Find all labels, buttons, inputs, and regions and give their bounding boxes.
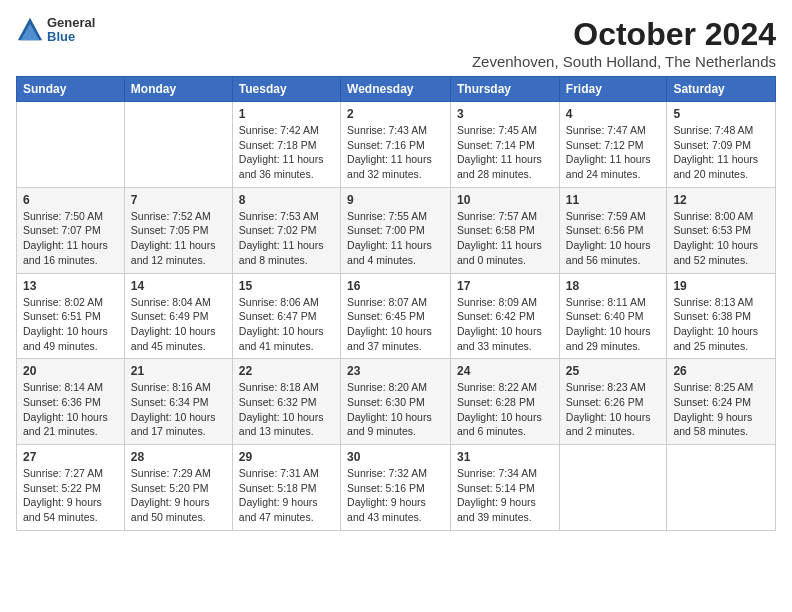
- day-info: Sunrise: 8:18 AM Sunset: 6:32 PM Dayligh…: [239, 380, 334, 439]
- calendar-cell: 31Sunrise: 7:34 AM Sunset: 5:14 PM Dayli…: [451, 445, 560, 531]
- calendar-cell: 25Sunrise: 8:23 AM Sunset: 6:26 PM Dayli…: [559, 359, 667, 445]
- calendar-cell: 20Sunrise: 8:14 AM Sunset: 6:36 PM Dayli…: [17, 359, 125, 445]
- day-info: Sunrise: 7:29 AM Sunset: 5:20 PM Dayligh…: [131, 466, 226, 525]
- day-number: 30: [347, 450, 444, 464]
- calendar-table: SundayMondayTuesdayWednesdayThursdayFrid…: [16, 76, 776, 531]
- day-number: 16: [347, 279, 444, 293]
- day-number: 29: [239, 450, 334, 464]
- calendar-cell: 11Sunrise: 7:59 AM Sunset: 6:56 PM Dayli…: [559, 187, 667, 273]
- day-info: Sunrise: 7:57 AM Sunset: 6:58 PM Dayligh…: [457, 209, 553, 268]
- calendar-col-friday: Friday: [559, 77, 667, 102]
- day-info: Sunrise: 7:32 AM Sunset: 5:16 PM Dayligh…: [347, 466, 444, 525]
- calendar-cell: 19Sunrise: 8:13 AM Sunset: 6:38 PM Dayli…: [667, 273, 776, 359]
- day-number: 19: [673, 279, 769, 293]
- day-info: Sunrise: 7:34 AM Sunset: 5:14 PM Dayligh…: [457, 466, 553, 525]
- day-info: Sunrise: 7:42 AM Sunset: 7:18 PM Dayligh…: [239, 123, 334, 182]
- day-number: 8: [239, 193, 334, 207]
- calendar-cell: 21Sunrise: 8:16 AM Sunset: 6:34 PM Dayli…: [124, 359, 232, 445]
- week-row-5: 27Sunrise: 7:27 AM Sunset: 5:22 PM Dayli…: [17, 445, 776, 531]
- day-number: 6: [23, 193, 118, 207]
- day-info: Sunrise: 8:23 AM Sunset: 6:26 PM Dayligh…: [566, 380, 661, 439]
- logo-icon: [16, 16, 44, 44]
- calendar-col-tuesday: Tuesday: [232, 77, 340, 102]
- day-number: 2: [347, 107, 444, 121]
- day-number: 20: [23, 364, 118, 378]
- day-info: Sunrise: 8:02 AM Sunset: 6:51 PM Dayligh…: [23, 295, 118, 354]
- calendar-cell: 3Sunrise: 7:45 AM Sunset: 7:14 PM Daylig…: [451, 102, 560, 188]
- calendar-cell: 10Sunrise: 7:57 AM Sunset: 6:58 PM Dayli…: [451, 187, 560, 273]
- day-number: 23: [347, 364, 444, 378]
- day-info: Sunrise: 8:13 AM Sunset: 6:38 PM Dayligh…: [673, 295, 769, 354]
- day-info: Sunrise: 7:48 AM Sunset: 7:09 PM Dayligh…: [673, 123, 769, 182]
- calendar-cell: 28Sunrise: 7:29 AM Sunset: 5:20 PM Dayli…: [124, 445, 232, 531]
- day-number: 28: [131, 450, 226, 464]
- calendar-cell: [667, 445, 776, 531]
- day-info: Sunrise: 8:07 AM Sunset: 6:45 PM Dayligh…: [347, 295, 444, 354]
- day-info: Sunrise: 7:47 AM Sunset: 7:12 PM Dayligh…: [566, 123, 661, 182]
- day-number: 13: [23, 279, 118, 293]
- day-info: Sunrise: 8:00 AM Sunset: 6:53 PM Dayligh…: [673, 209, 769, 268]
- calendar-cell: 8Sunrise: 7:53 AM Sunset: 7:02 PM Daylig…: [232, 187, 340, 273]
- day-info: Sunrise: 7:55 AM Sunset: 7:00 PM Dayligh…: [347, 209, 444, 268]
- calendar-cell: 30Sunrise: 7:32 AM Sunset: 5:16 PM Dayli…: [341, 445, 451, 531]
- calendar-col-sunday: Sunday: [17, 77, 125, 102]
- calendar-col-wednesday: Wednesday: [341, 77, 451, 102]
- calendar-cell: 13Sunrise: 8:02 AM Sunset: 6:51 PM Dayli…: [17, 273, 125, 359]
- calendar-cell: [559, 445, 667, 531]
- calendar-col-saturday: Saturday: [667, 77, 776, 102]
- day-info: Sunrise: 8:20 AM Sunset: 6:30 PM Dayligh…: [347, 380, 444, 439]
- day-number: 18: [566, 279, 661, 293]
- day-number: 4: [566, 107, 661, 121]
- calendar-cell: 6Sunrise: 7:50 AM Sunset: 7:07 PM Daylig…: [17, 187, 125, 273]
- calendar-cell: 4Sunrise: 7:47 AM Sunset: 7:12 PM Daylig…: [559, 102, 667, 188]
- day-info: Sunrise: 8:14 AM Sunset: 6:36 PM Dayligh…: [23, 380, 118, 439]
- logo-blue-text: Blue: [47, 30, 95, 44]
- day-info: Sunrise: 8:22 AM Sunset: 6:28 PM Dayligh…: [457, 380, 553, 439]
- calendar-cell: 2Sunrise: 7:43 AM Sunset: 7:16 PM Daylig…: [341, 102, 451, 188]
- week-row-2: 6Sunrise: 7:50 AM Sunset: 7:07 PM Daylig…: [17, 187, 776, 273]
- day-number: 5: [673, 107, 769, 121]
- calendar-col-thursday: Thursday: [451, 77, 560, 102]
- day-info: Sunrise: 8:06 AM Sunset: 6:47 PM Dayligh…: [239, 295, 334, 354]
- day-number: 21: [131, 364, 226, 378]
- day-info: Sunrise: 7:45 AM Sunset: 7:14 PM Dayligh…: [457, 123, 553, 182]
- day-info: Sunrise: 7:50 AM Sunset: 7:07 PM Dayligh…: [23, 209, 118, 268]
- day-number: 10: [457, 193, 553, 207]
- day-info: Sunrise: 7:53 AM Sunset: 7:02 PM Dayligh…: [239, 209, 334, 268]
- calendar-cell: 23Sunrise: 8:20 AM Sunset: 6:30 PM Dayli…: [341, 359, 451, 445]
- calendar-cell: 16Sunrise: 8:07 AM Sunset: 6:45 PM Dayli…: [341, 273, 451, 359]
- calendar-cell: 24Sunrise: 8:22 AM Sunset: 6:28 PM Dayli…: [451, 359, 560, 445]
- calendar-cell: 15Sunrise: 8:06 AM Sunset: 6:47 PM Dayli…: [232, 273, 340, 359]
- day-number: 14: [131, 279, 226, 293]
- day-number: 27: [23, 450, 118, 464]
- day-info: Sunrise: 8:11 AM Sunset: 6:40 PM Dayligh…: [566, 295, 661, 354]
- day-number: 31: [457, 450, 553, 464]
- day-info: Sunrise: 8:16 AM Sunset: 6:34 PM Dayligh…: [131, 380, 226, 439]
- day-number: 15: [239, 279, 334, 293]
- title-block: October 2024 Zevenhoven, South Holland, …: [472, 16, 776, 70]
- day-number: 22: [239, 364, 334, 378]
- calendar-cell: 26Sunrise: 8:25 AM Sunset: 6:24 PM Dayli…: [667, 359, 776, 445]
- day-number: 9: [347, 193, 444, 207]
- calendar-cell: 1Sunrise: 7:42 AM Sunset: 7:18 PM Daylig…: [232, 102, 340, 188]
- day-info: Sunrise: 7:27 AM Sunset: 5:22 PM Dayligh…: [23, 466, 118, 525]
- calendar-cell: [17, 102, 125, 188]
- day-info: Sunrise: 8:04 AM Sunset: 6:49 PM Dayligh…: [131, 295, 226, 354]
- day-number: 24: [457, 364, 553, 378]
- calendar-cell: 9Sunrise: 7:55 AM Sunset: 7:00 PM Daylig…: [341, 187, 451, 273]
- calendar-cell: 12Sunrise: 8:00 AM Sunset: 6:53 PM Dayli…: [667, 187, 776, 273]
- calendar-cell: 17Sunrise: 8:09 AM Sunset: 6:42 PM Dayli…: [451, 273, 560, 359]
- page-header: General Blue October 2024 Zevenhoven, So…: [16, 16, 776, 70]
- logo: General Blue: [16, 16, 95, 45]
- week-row-3: 13Sunrise: 8:02 AM Sunset: 6:51 PM Dayli…: [17, 273, 776, 359]
- calendar-header-row: SundayMondayTuesdayWednesdayThursdayFrid…: [17, 77, 776, 102]
- month-year: October 2024: [472, 16, 776, 53]
- day-info: Sunrise: 7:52 AM Sunset: 7:05 PM Dayligh…: [131, 209, 226, 268]
- day-number: 3: [457, 107, 553, 121]
- day-info: Sunrise: 8:25 AM Sunset: 6:24 PM Dayligh…: [673, 380, 769, 439]
- day-number: 1: [239, 107, 334, 121]
- calendar-cell: 22Sunrise: 8:18 AM Sunset: 6:32 PM Dayli…: [232, 359, 340, 445]
- day-number: 12: [673, 193, 769, 207]
- calendar-col-monday: Monday: [124, 77, 232, 102]
- calendar-cell: 14Sunrise: 8:04 AM Sunset: 6:49 PM Dayli…: [124, 273, 232, 359]
